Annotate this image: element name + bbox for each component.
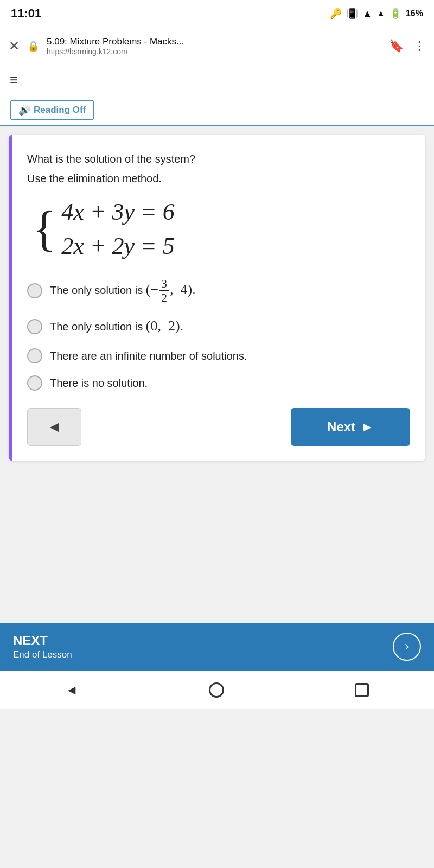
nav-buttons: ◄ Next ►: [27, 408, 410, 446]
android-home-button[interactable]: [209, 682, 224, 698]
reading-button-label: Reading Off: [34, 105, 86, 116]
option-1[interactable]: The only solution is (−32, 4).: [27, 277, 410, 304]
android-nav-bar: ◄: [0, 671, 434, 709]
reading-bar: 🔊 Reading Off: [0, 95, 434, 126]
option-2-text: The only solution is (0, 2).: [50, 316, 183, 336]
radio-option-1[interactable]: [27, 283, 42, 298]
browser-bar: ✕ 🔒 5.09: Mixture Problems - Macks... ht…: [0, 27, 434, 65]
vibrate-icon: 📳: [346, 8, 358, 20]
android-recents-button[interactable]: [355, 683, 369, 697]
option-2-math: (0, 2).: [146, 318, 183, 334]
menu-dots-icon[interactable]: ⋮: [413, 39, 425, 53]
bottom-next-bar[interactable]: NEXT End of Lesson ›: [0, 623, 434, 671]
browser-title: 5.09: Mixture Problems - Macks...: [47, 36, 381, 47]
question-line1: What is the solution of the system?: [27, 151, 410, 167]
status-icons: 🔑 📳 ▲ ▲ 🔋 16%: [330, 8, 423, 20]
status-time: 11:01: [11, 7, 41, 21]
status-bar: 11:01 🔑 📳 ▲ ▲ 🔋 16%: [0, 0, 434, 27]
battery-level: 16%: [406, 9, 423, 18]
option-4-text: There is no solution.: [50, 375, 148, 391]
option-2[interactable]: The only solution is (0, 2).: [27, 316, 410, 336]
signal-icon: ▲: [376, 9, 385, 18]
lock-icon: 🔒: [27, 40, 39, 52]
option-3[interactable]: There are an infinite number of solution…: [27, 348, 410, 363]
options-list: The only solution is (−32, 4). The only …: [27, 277, 410, 391]
question-line2: Use the elimination method.: [27, 173, 410, 185]
question-card: What is the solution of the system? Use …: [9, 135, 425, 461]
equation-2: 2x + 2y = 5: [61, 232, 174, 260]
main-content: What is the solution of the system? Use …: [0, 126, 434, 614]
reading-icon: 🔊: [18, 104, 30, 116]
battery-icon: 🔋: [390, 8, 401, 20]
bottom-next-label: NEXT: [13, 633, 72, 648]
browser-url: https://learning.k12.com: [47, 47, 381, 56]
next-arrow-icon: ►: [361, 419, 374, 435]
browser-actions: 🔖 ⋮: [389, 39, 425, 53]
reading-toggle-button[interactable]: 🔊 Reading Off: [10, 100, 94, 120]
option-1-math: (−32, 4).: [146, 282, 196, 297]
bookmark-icon[interactable]: 🔖: [389, 39, 404, 53]
equation-1: 4x + 3y = 6: [61, 198, 174, 226]
close-button[interactable]: ✕: [9, 39, 20, 54]
equations-list: 4x + 3y = 6 2x + 2y = 5: [61, 198, 174, 260]
brace-symbol: {: [33, 205, 56, 253]
next-button-label: Next: [327, 419, 355, 435]
system-equations: { 4x + 3y = 6 2x + 2y = 5: [33, 198, 410, 260]
key-icon: 🔑: [330, 8, 342, 20]
option-3-text: There are an infinite number of solution…: [50, 348, 247, 363]
next-button[interactable]: Next ►: [291, 408, 410, 446]
prev-button[interactable]: ◄: [27, 408, 81, 446]
browser-title-area: 5.09: Mixture Problems - Macks... https:…: [47, 36, 381, 56]
wifi-icon: ▲: [362, 8, 372, 20]
radio-option-4[interactable]: [27, 375, 42, 391]
bottom-next-arrow-icon: ›: [405, 640, 409, 654]
bottom-next-subtitle: End of Lesson: [13, 649, 72, 660]
bottom-next-circle-button[interactable]: ›: [393, 633, 421, 661]
android-back-button[interactable]: ◄: [65, 682, 78, 698]
prev-arrow-icon: ◄: [47, 418, 62, 436]
radio-option-3[interactable]: [27, 348, 42, 363]
option-4[interactable]: There is no solution.: [27, 375, 410, 391]
hamburger-icon[interactable]: ≡: [10, 72, 18, 88]
bottom-next-text: NEXT End of Lesson: [13, 633, 72, 660]
toolbar: ≡: [0, 65, 434, 95]
option-1-text: The only solution is (−32, 4).: [50, 277, 196, 304]
radio-option-2[interactable]: [27, 319, 42, 334]
